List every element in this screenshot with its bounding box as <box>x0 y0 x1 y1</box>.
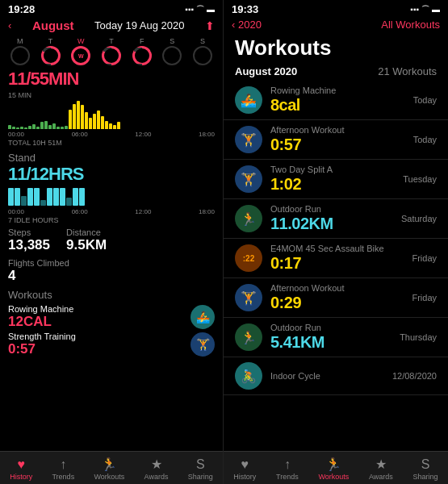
stand-value: 11/12HRS <box>0 164 223 185</box>
right-status-bar: 19:33 ▪▪▪ ⌒ ▬ <box>224 0 448 17</box>
stand-bar-10 <box>66 198 72 206</box>
right-tab-history-label: History <box>233 473 256 481</box>
day-cell-t2[interactable]: T <box>102 37 121 65</box>
bar-9 <box>40 122 44 129</box>
stand-bar-8 <box>53 188 59 206</box>
r-workout-info-2: Two Day Split A 1:02 <box>270 165 395 194</box>
left-tab-bar: ♥ History ↑ Trends 🏃 Workouts ★ Awards S… <box>0 451 223 484</box>
left-share-button[interactable]: ⬆ <box>205 19 215 32</box>
bar-2 <box>12 127 15 130</box>
bar-10 <box>44 121 48 130</box>
right-tab-workouts[interactable]: 🏃 Workouts <box>318 457 349 481</box>
flights-value: 4 <box>8 268 215 284</box>
day-label-t2: T <box>109 37 114 45</box>
bar-21 <box>89 118 92 129</box>
r-workout-item-2[interactable]: 🏋 Two Day Split A 1:02 Tuesday <box>224 160 448 199</box>
awards-icon: ★ <box>151 457 162 472</box>
r-workout-item-0[interactable]: 🚣 Rowing Machine 8cal Today <box>224 81 448 120</box>
r-workout-info-0: Rowing Machine 8cal <box>270 86 405 115</box>
r-workout-item-6[interactable]: 🏃 Outdoor Run 5.41KM Thursday <box>224 318 448 357</box>
distance-label: Distance <box>66 227 107 237</box>
workout-list: 🚣 Rowing Machine 8cal Today 🏋 Afternoon … <box>224 81 448 451</box>
section-month: August 2020 <box>235 65 297 77</box>
r-awards-icon: ★ <box>375 457 387 472</box>
stand-bar-12 <box>79 188 85 206</box>
bar-5 <box>24 127 27 129</box>
day-cell-s2[interactable]: S <box>193 37 212 65</box>
left-workout-name-0: Rowing Machine <box>8 304 73 314</box>
left-workout-icon-0: 🚣 <box>191 305 215 329</box>
history-icon: ♥ <box>17 457 25 472</box>
r-workout-info-3: Outdoor Run 11.02KM <box>270 204 393 233</box>
day-label-t1: T <box>48 37 53 45</box>
right-tab-awards[interactable]: ★ Awards <box>369 457 393 481</box>
signal-icon: ▪▪▪ <box>185 5 194 14</box>
wifi-icon: ⌒ <box>196 4 204 15</box>
day-cell-s1[interactable]: S <box>162 37 182 65</box>
bar-14 <box>61 127 64 129</box>
day-cell-m[interactable]: M <box>10 37 30 65</box>
left-tab-trends[interactable]: ↑ Trends <box>52 457 74 481</box>
right-nav-bar: ‹ 2020 All Workouts <box>224 17 448 34</box>
r-workout-day-6: Thursday <box>400 332 437 342</box>
r-workout-icon-4: :22 <box>235 244 262 272</box>
r-workout-item-5[interactable]: 🏋 Afternoon Workout 0:29 Friday <box>224 278 448 318</box>
left-workout-item-0[interactable]: Rowing Machine 12CAL 🚣 <box>8 304 215 330</box>
r-workout-val-1: 0:57 <box>270 136 405 154</box>
r-workout-item-1[interactable]: 🏋 Afternoon Workout 0:57 Today <box>224 120 448 160</box>
right-tab-workouts-label: Workouts <box>318 473 349 481</box>
left-tab-trends-label: Trends <box>52 473 74 481</box>
left-workout-icon-1: 🏋 <box>191 332 215 357</box>
right-tab-trends[interactable]: ↑ Trends <box>276 457 299 481</box>
stand-x-12: 12:00 <box>135 208 151 215</box>
right-back-button[interactable]: ‹ 2020 <box>232 19 262 31</box>
bar-7 <box>32 124 36 129</box>
left-workout-name-1: Strength Training <box>8 332 76 341</box>
day-cell-t1[interactable]: T <box>41 37 61 65</box>
trends-icon: ↑ <box>60 457 66 472</box>
bar-23 <box>97 111 100 129</box>
r-workout-day-4: Friday <box>412 253 437 263</box>
right-tab-history[interactable]: ♥ History <box>233 457 256 481</box>
r-workout-item-7[interactable]: 🚴 Indoor Cycle 12/08/2020 <box>224 357 448 395</box>
r-workout-info-1: Afternoon Workout 0:57 <box>270 125 405 154</box>
left-tab-workouts[interactable]: 🏃 Workouts <box>94 457 124 481</box>
r-workout-icon-6: 🏃 <box>235 323 262 351</box>
all-workouts-button[interactable]: All Workouts <box>381 19 440 31</box>
right-tab-sharing[interactable]: S Sharing <box>413 457 438 481</box>
r-workout-icon-5: 🏋 <box>235 284 262 311</box>
ring-w: W <box>71 46 90 65</box>
stand-bar-9 <box>60 188 65 206</box>
xaxis-18: 18:00 <box>199 131 215 138</box>
left-tab-awards[interactable]: ★ Awards <box>144 457 169 481</box>
r-workout-info-6: Outdoor Run 5.41KM <box>270 323 391 352</box>
bar-1 <box>8 125 11 129</box>
left-back-button[interactable]: ‹ <box>8 19 11 31</box>
left-tab-history[interactable]: ♥ History <box>10 457 32 481</box>
bar-11 <box>48 125 52 129</box>
day-cell-f[interactable]: F <box>132 37 152 65</box>
r-workout-val-6: 5.41KM <box>270 333 391 352</box>
left-workout-item-1[interactable]: Strength Training 0:57 🏋 <box>8 332 215 357</box>
stand-bars <box>8 186 215 206</box>
r-workout-item-4[interactable]: :22 E4MOM 45 Sec Assault Bike 0:17 Frida… <box>224 239 448 278</box>
bar-28 <box>117 122 120 129</box>
bar-22 <box>93 114 96 129</box>
r-workout-val-4: 0:17 <box>270 254 404 273</box>
chart-label: 15 MIN <box>8 91 215 99</box>
r-workout-item-3[interactable]: 🏃 Outdoor Run 11.02KM Saturday <box>224 199 448 239</box>
ring-f <box>132 46 152 65</box>
right-page-title: Workouts <box>224 34 448 64</box>
r-workout-day-7: 12/08/2020 <box>392 371 437 381</box>
bar-12 <box>52 123 56 129</box>
left-workout-val-1: 0:57 <box>8 341 76 357</box>
left-tab-sharing[interactable]: S Sharing <box>188 457 213 481</box>
left-today-text: Today 19 Aug 2020 <box>94 19 184 31</box>
day-label-s1: S <box>170 37 174 45</box>
steps-stat: Steps 13,385 <box>8 227 50 253</box>
r-workout-info-4: E4MOM 45 Sec Assault Bike 0:17 <box>270 244 404 273</box>
day-cell-w[interactable]: W W <box>71 37 90 65</box>
section-count: 21 Workouts <box>378 65 437 77</box>
r-workouts-icon: 🏃 <box>325 457 341 472</box>
day-row: M T W W T F <box>0 35 223 67</box>
